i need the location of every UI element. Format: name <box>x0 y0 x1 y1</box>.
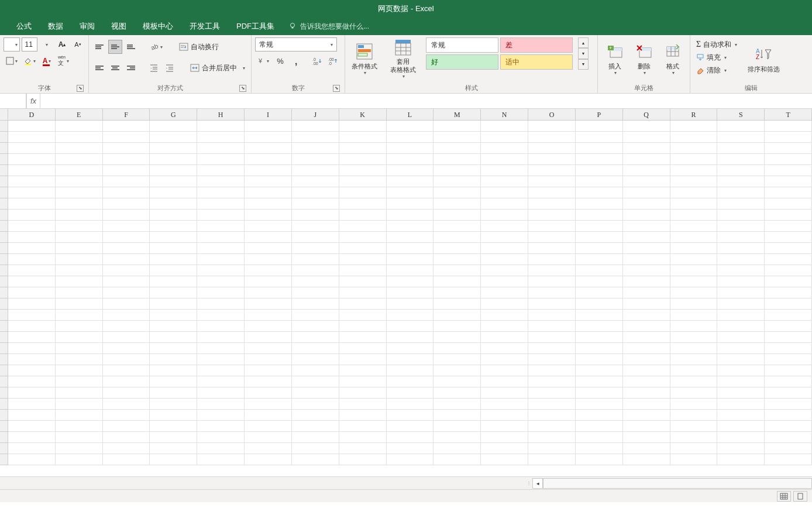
cell[interactable] <box>103 265 150 276</box>
cell[interactable] <box>339 365 387 376</box>
cell[interactable] <box>387 243 434 254</box>
cell[interactable] <box>528 210 576 221</box>
cell[interactable] <box>717 310 765 321</box>
cell[interactable] <box>717 287 765 298</box>
cell[interactable] <box>717 154 765 165</box>
cell[interactable] <box>623 365 670 376</box>
clear-button[interactable]: 清除 ▾ <box>694 64 739 76</box>
cell[interactable] <box>433 443 481 454</box>
cell[interactable] <box>433 287 481 298</box>
tell-me-search[interactable]: 告诉我您想要做什么... <box>288 22 369 32</box>
cell[interactable] <box>103 343 150 354</box>
cell[interactable] <box>528 343 576 354</box>
column-header[interactable]: L <box>387 109 434 121</box>
cell[interactable] <box>103 365 150 376</box>
insert-cells-button[interactable]: + 插入 ▾ <box>601 37 628 81</box>
cell[interactable] <box>481 298 528 310</box>
cell[interactable] <box>150 143 197 154</box>
cell[interactable] <box>8 210 56 221</box>
cell[interactable] <box>197 321 245 332</box>
cell[interactable] <box>481 410 528 421</box>
cell[interactable] <box>292 265 339 276</box>
cell[interactable] <box>765 265 812 276</box>
split-grip[interactable]: ⋮ <box>525 480 532 486</box>
cell[interactable] <box>481 165 528 176</box>
cell[interactable] <box>528 387 576 399</box>
cell[interactable] <box>433 376 481 387</box>
cell[interactable] <box>339 176 387 187</box>
cell[interactable] <box>576 243 623 254</box>
cell[interactable] <box>387 198 434 210</box>
autosum-button[interactable]: Σ 自动求和 ▾ <box>694 39 739 50</box>
row-header[interactable] <box>0 243 8 254</box>
cell[interactable] <box>670 221 718 232</box>
cell[interactable] <box>150 232 197 243</box>
cell[interactable] <box>103 332 150 343</box>
cell[interactable] <box>245 132 292 143</box>
cell[interactable] <box>765 232 812 243</box>
cell[interactable] <box>292 254 339 265</box>
cell[interactable] <box>292 399 339 410</box>
cell[interactable] <box>150 287 197 298</box>
cell[interactable] <box>717 210 765 221</box>
cell[interactable] <box>56 354 103 365</box>
cell[interactable] <box>670 298 718 310</box>
cell[interactable] <box>433 221 481 232</box>
row-header[interactable] <box>0 143 8 154</box>
cell[interactable] <box>245 276 292 287</box>
cell[interactable] <box>56 332 103 343</box>
cell[interactable] <box>670 421 718 432</box>
font-dialog-launcher[interactable]: ⬊ <box>77 85 84 92</box>
cell[interactable] <box>387 365 434 376</box>
cell[interactable] <box>528 165 576 176</box>
cell[interactable] <box>717 243 765 254</box>
cell[interactable] <box>8 243 56 254</box>
cell[interactable] <box>150 176 197 187</box>
cell[interactable] <box>56 287 103 298</box>
cell[interactable] <box>433 176 481 187</box>
cell-style-good[interactable]: 好 <box>426 54 498 70</box>
cell[interactable] <box>623 154 670 165</box>
cell[interactable] <box>623 376 670 387</box>
cell[interactable] <box>528 121 576 132</box>
cell[interactable] <box>576 454 623 465</box>
cell[interactable] <box>717 432 765 443</box>
cell[interactable] <box>103 187 150 198</box>
tab-pdf-tools[interactable]: PDF工具集 <box>228 18 283 35</box>
cell-style-normal[interactable]: 常规 <box>426 37 498 53</box>
cell[interactable] <box>717 387 765 399</box>
cell[interactable] <box>717 143 765 154</box>
row-header[interactable] <box>0 276 8 287</box>
cell[interactable] <box>245 176 292 187</box>
cell[interactable] <box>150 276 197 287</box>
cell[interactable] <box>433 243 481 254</box>
cell[interactable] <box>56 454 103 465</box>
cell[interactable] <box>8 198 56 210</box>
cell[interactable] <box>245 399 292 410</box>
cell[interactable] <box>245 310 292 321</box>
cell[interactable] <box>387 387 434 399</box>
column-header[interactable]: E <box>56 109 103 121</box>
cell[interactable] <box>765 365 812 376</box>
cell[interactable] <box>292 221 339 232</box>
cell[interactable] <box>197 376 245 387</box>
cell[interactable] <box>245 354 292 365</box>
cell[interactable] <box>245 410 292 421</box>
cell[interactable] <box>481 121 528 132</box>
cell[interactable] <box>528 243 576 254</box>
cell[interactable] <box>150 121 197 132</box>
cell[interactable] <box>8 432 56 443</box>
cell[interactable] <box>197 454 245 465</box>
cell[interactable] <box>433 399 481 410</box>
accounting-format-button[interactable]: ¥ ▾ <box>255 54 271 68</box>
cell[interactable] <box>56 154 103 165</box>
cell[interactable] <box>8 254 56 265</box>
cell[interactable] <box>197 365 245 376</box>
cell[interactable] <box>292 121 339 132</box>
font-size-dropdown[interactable]: ▾ <box>39 37 53 52</box>
cell[interactable] <box>56 176 103 187</box>
cell[interactable] <box>103 399 150 410</box>
cell[interactable] <box>197 354 245 365</box>
cell[interactable] <box>103 121 150 132</box>
cell[interactable] <box>8 421 56 432</box>
